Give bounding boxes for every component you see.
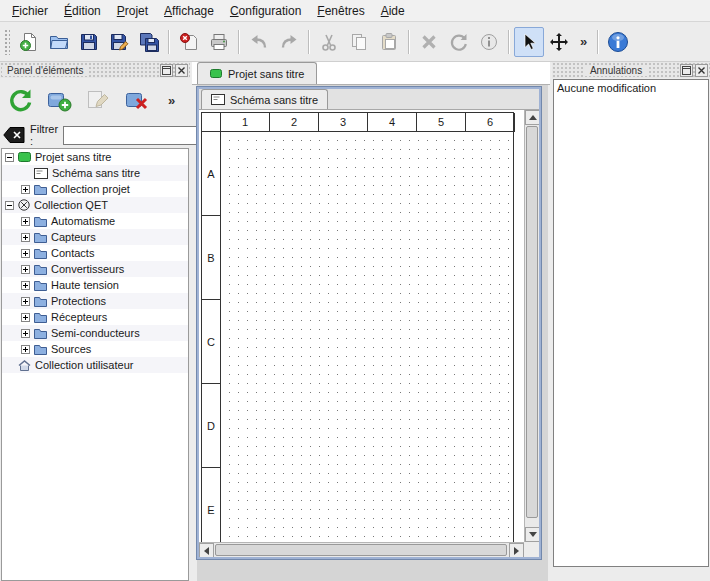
expand-expander-icon[interactable] [21,265,30,274]
diagram-sheet[interactable]: 1 2 3 4 5 6 A B C D E [201,112,514,551]
vertical-scrollbar[interactable] [524,110,539,542]
close-undo-dock-button[interactable] [695,64,708,77]
horizontal-scrollbar[interactable] [199,542,524,557]
elements-panel-toolbar: » [0,78,190,122]
tree-item-haute-tension[interactable]: Haute tension [2,277,188,293]
scroll-up-button[interactable] [525,110,539,125]
menu-projet[interactable]: Projet [109,1,156,21]
clear-filter-button[interactable] [3,127,25,143]
arrow-down-icon [529,532,537,537]
tab-schema[interactable]: Schéma sans titre [201,89,328,109]
float-undo-dock-button[interactable] [680,64,693,77]
paste-button[interactable] [374,27,404,57]
expand-expander-icon[interactable] [21,217,30,226]
tree-item-project[interactable]: Projet sans titre [2,149,188,165]
close-panel-button[interactable] [175,64,188,77]
undo-dock-titlebar[interactable]: Annulations [552,62,710,78]
diagram-viewport[interactable]: 1 2 3 4 5 6 A B C D E [199,110,539,557]
expand-expander-icon[interactable] [21,281,30,290]
tab-project[interactable]: Projet sans titre [197,62,317,84]
expand-expander-icon[interactable] [21,313,30,322]
expand-expander-icon[interactable] [21,297,30,306]
tree-item-capteurs[interactable]: Capteurs [2,229,188,245]
expand-expander-icon[interactable] [21,329,30,338]
folder-icon [34,264,47,275]
tree-item-contacts[interactable]: Contacts [2,245,188,261]
scroll-right-button[interactable] [509,543,524,557]
select-mode-button[interactable] [514,27,544,57]
schema-child-window[interactable]: Schéma sans titre 1 2 3 4 5 6 A B C D E [197,87,541,559]
expand-expander-icon[interactable] [21,345,30,354]
save-all-button[interactable] [134,27,164,57]
undo-button[interactable] [244,27,274,57]
copy-button[interactable] [344,27,374,57]
tree-item-collection-utilisateur[interactable]: Collection utilisateur [2,357,188,373]
undo-history-list[interactable]: Aucune modification [553,79,709,567]
vertical-scroll-thumb[interactable] [526,126,538,518]
print-button[interactable] [204,27,234,57]
save-button[interactable] [74,27,104,57]
filter-label: Filtrer : [30,123,58,147]
tree-item-schema[interactable]: Schéma sans titre [2,165,188,181]
refresh-icon [7,87,33,113]
menu-edition[interactable]: Édition [56,1,109,21]
scrollbar-corner [524,542,539,557]
clear-filter-icon [3,127,25,143]
project-tab-icon [210,69,222,78]
new-project-button[interactable] [14,27,44,57]
diagram-grid-canvas[interactable] [221,132,513,550]
menu-fenetres[interactable]: Fenêtres [309,1,372,21]
rotate-button[interactable] [444,27,474,57]
new-element-button[interactable] [41,82,77,118]
toolbar-overflow-button[interactable]: » [574,34,593,49]
open-project-button[interactable] [44,27,74,57]
close-file-button[interactable] [174,27,204,57]
float-panel-button[interactable] [160,64,173,77]
horizontal-scroll-thumb[interactable] [215,544,507,556]
panel-toolbar-overflow-button[interactable]: » [168,93,175,108]
scroll-left-button[interactable] [199,543,214,557]
new-element-icon [46,87,72,113]
expand-expander-icon[interactable] [21,185,30,194]
tree-item-semi-conducteurs[interactable]: Semi-conducteurs [2,325,188,341]
delete-element-button[interactable] [119,82,155,118]
toolbar-drag-handle[interactable] [4,29,10,55]
menu-aide[interactable]: Aide [373,1,413,21]
menu-fichier[interactable]: Fichier [4,1,56,21]
cut-button[interactable] [314,27,344,57]
tree-item-protections[interactable]: Protections [2,293,188,309]
elements-panel-titlebar[interactable]: Panel d'éléments [0,62,190,78]
tree-item-recepteurs[interactable]: Récepteurs [2,309,188,325]
tree-item-automatisme[interactable]: Automatisme [2,213,188,229]
close-file-icon [179,32,199,52]
expand-expander-icon[interactable] [21,233,30,242]
save-as-button[interactable] [104,27,134,57]
filter-input[interactable] [63,126,213,145]
close-icon [177,66,186,75]
delete-button[interactable] [414,27,444,57]
row-header: D [202,384,221,468]
elements-panel-title: Panel d'éléments [2,65,88,76]
redo-button[interactable] [274,27,304,57]
tree-item-convertisseurs[interactable]: Convertisseurs [2,261,188,277]
pan-mode-button[interactable] [544,27,574,57]
tree-item-collection-qet[interactable]: Collection QET [2,197,188,213]
reload-collections-button[interactable] [2,82,38,118]
collapse-expander-icon[interactable] [5,153,14,162]
print-icon [209,32,229,52]
tree-item-sources[interactable]: Sources [2,341,188,357]
project-tabbar: Projet sans titre [192,62,550,85]
menu-configuration[interactable]: Configuration [222,1,309,21]
float-icon [162,66,171,75]
filter-row: Filtrer : [0,122,190,148]
elements-tree[interactable]: Projet sans titre Schéma sans titre Coll… [1,148,189,581]
menu-affichage[interactable]: Affichage [156,1,222,21]
about-button[interactable] [603,27,633,57]
properties-button[interactable] [474,27,504,57]
edit-element-button[interactable] [80,82,116,118]
scroll-down-button[interactable] [525,527,539,542]
expand-expander-icon[interactable] [21,249,30,258]
cursor-arrow-icon [519,32,539,52]
tree-item-collection-projet[interactable]: Collection projet [2,181,188,197]
collapse-expander-icon[interactable] [5,201,14,210]
